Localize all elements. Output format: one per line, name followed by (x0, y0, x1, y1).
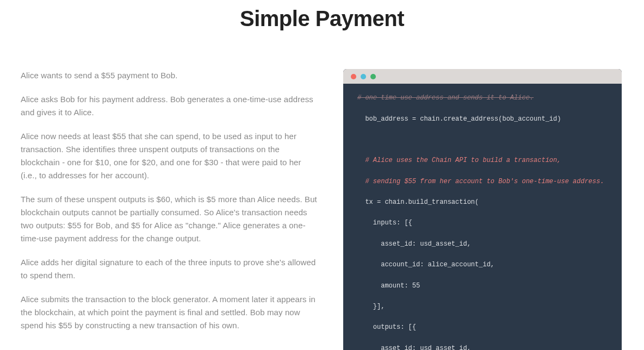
paragraph: The sum of these unspent outputs is $60,… (21, 193, 317, 245)
paragraph: Alice adds her digital signature to each… (21, 256, 317, 282)
code-line: asset_id: usd_asset_id, (357, 239, 608, 249)
code-comment: # Alice uses the Chain API to build a tr… (357, 155, 608, 166)
code-line: # one-time-use address and sends it to A… (357, 93, 608, 103)
content-columns: Alice wants to send a $55 payment to Bob… (21, 69, 623, 350)
page-title: Simple Payment (21, 7, 623, 31)
code-line: amount: 55 (357, 281, 608, 291)
code-body: # one-time-use address and sends it to A… (343, 84, 622, 350)
code-comment: # sending $55 from her account to Bob's … (357, 177, 608, 187)
paragraph: Alice now needs at least $55 that she ca… (21, 130, 317, 182)
code-line: inputs: [{ (357, 218, 608, 228)
code-window: # one-time-use address and sends it to A… (343, 69, 622, 350)
window-titlebar (343, 69, 622, 84)
paragraph: Alice wants to send a $55 payment to Bob… (21, 69, 317, 82)
code-line: account_id: alice_account_id, (357, 260, 608, 270)
paragraph: Alice submits the transaction to the blo… (21, 293, 317, 332)
paragraph: Alice asks Bob for his payment address. … (21, 93, 317, 119)
window-close-icon (351, 74, 356, 79)
window-zoom-icon (370, 74, 376, 79)
window-minimize-icon (361, 74, 366, 79)
code-line: asset_id: usd_asset_id, (357, 343, 608, 350)
code-line: bob_address = chain.create_address(bob_a… (357, 114, 608, 124)
code-blank (357, 135, 608, 145)
code-line: tx = chain.build_transaction( (357, 197, 608, 208)
prose-column: Alice wants to send a $55 payment to Bob… (21, 69, 317, 350)
code-line: outputs: [{ (357, 322, 608, 333)
code-line: }], (357, 302, 608, 312)
